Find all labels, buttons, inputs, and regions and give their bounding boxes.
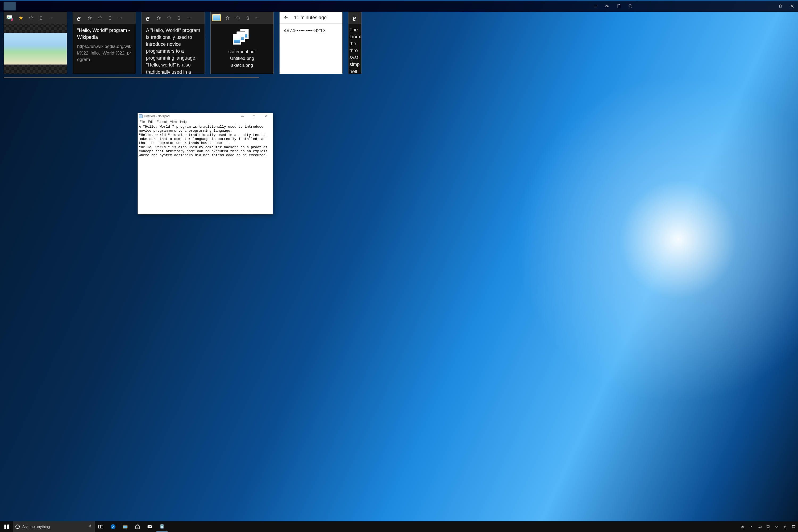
file-name: Untitled.png bbox=[228, 55, 255, 62]
timeline-cards-row: e "Hello, World!" program - Wikipedia ht… bbox=[4, 12, 358, 78]
cloud-icon[interactable] bbox=[26, 12, 36, 24]
svg-point-14 bbox=[258, 18, 258, 18]
card-snippet: A "Hello, World!" program is traditional… bbox=[146, 27, 200, 74]
svg-point-8 bbox=[120, 18, 120, 18]
file-cluster-icon bbox=[233, 29, 251, 45]
menu-format[interactable]: Format bbox=[155, 120, 168, 124]
notepad-textarea[interactable]: A "Hello, World!" program is traditional… bbox=[138, 125, 273, 214]
cloud-icon[interactable] bbox=[95, 12, 105, 24]
timeline-topbar bbox=[0, 0, 358, 12]
timeline-card-files[interactable]: statement.pdf Untitled.png sketch.png bbox=[210, 12, 274, 74]
card-body: The Linux the thro syst simp hell be i bbox=[348, 24, 358, 74]
star-icon[interactable] bbox=[222, 12, 232, 24]
card-body: "Hello, World!" program - Wikipedia http… bbox=[73, 24, 136, 74]
svg-point-15 bbox=[259, 18, 259, 18]
maximize-button[interactable]: □ bbox=[248, 113, 260, 119]
card-header: e bbox=[142, 12, 205, 24]
more-icon[interactable] bbox=[46, 12, 56, 24]
card-header: 11 minutes ago bbox=[280, 12, 342, 24]
edge-app-icon: e bbox=[349, 13, 358, 23]
svg-point-7 bbox=[119, 18, 119, 18]
file-list: statement.pdf Untitled.png sketch.png bbox=[228, 49, 255, 69]
trash-icon[interactable] bbox=[174, 12, 184, 24]
edge-app-icon: e bbox=[74, 13, 83, 23]
card-body: A "Hello, World!" program is traditional… bbox=[142, 24, 205, 74]
card-snippet: The Linux the thro syst simp hell be i bbox=[349, 26, 358, 74]
timeline-card-edge-partial[interactable]: e The Linux the thro syst simp hell be i bbox=[348, 12, 358, 74]
menu-file[interactable]: File bbox=[138, 120, 146, 124]
svg-point-4 bbox=[50, 18, 50, 18]
notepad-menubar: File Edit Format View Help bbox=[138, 119, 273, 125]
svg-point-9 bbox=[121, 18, 121, 18]
paint-app-icon bbox=[5, 13, 15, 23]
timeline-card-edge-wikipedia[interactable]: e "Hello, World!" program - Wikipedia ht… bbox=[73, 12, 136, 74]
trash-icon[interactable] bbox=[36, 12, 46, 24]
file-name: sketch.png bbox=[228, 62, 255, 69]
trash-icon[interactable] bbox=[105, 12, 115, 24]
more-icon[interactable] bbox=[184, 12, 194, 24]
card-body: 4974-••••-••••-8213 bbox=[280, 24, 342, 74]
card-header: e bbox=[348, 12, 358, 24]
file-name: statement.pdf bbox=[228, 49, 255, 55]
svg-point-10 bbox=[188, 18, 188, 18]
menu-edit[interactable]: Edit bbox=[147, 120, 155, 124]
card-url: https://en.wikipedia.org/wiki/%22Hello,_… bbox=[77, 43, 131, 63]
card-body: statement.pdf Untitled.png sketch.png bbox=[211, 24, 273, 74]
cloud-icon[interactable] bbox=[232, 12, 243, 24]
edge-app-icon: e bbox=[143, 13, 152, 23]
trash-icon[interactable] bbox=[243, 12, 253, 24]
masked-number: 4974-••••-••••-8213 bbox=[284, 27, 338, 34]
more-icon[interactable] bbox=[115, 12, 125, 24]
taskview-thumbnail[interactable] bbox=[4, 2, 16, 11]
card-header: e bbox=[73, 12, 136, 24]
star-icon[interactable] bbox=[153, 12, 164, 24]
menu-view[interactable]: View bbox=[169, 120, 178, 124]
timeline-card-edge-snippet[interactable]: e A "Hello, World!" program is tradition… bbox=[141, 12, 205, 74]
svg-point-6 bbox=[52, 18, 52, 18]
svg-point-11 bbox=[189, 18, 189, 18]
more-icon[interactable] bbox=[253, 12, 263, 24]
back-arrow-icon[interactable] bbox=[284, 15, 289, 21]
timeline-card-paint[interactable] bbox=[4, 12, 67, 74]
minimize-button[interactable]: — bbox=[236, 113, 248, 119]
card-header bbox=[4, 12, 67, 24]
star-icon[interactable] bbox=[84, 12, 95, 24]
svg-point-5 bbox=[51, 18, 51, 18]
card-title: "Hello, World!" program - Wikipedia bbox=[77, 27, 131, 41]
close-button[interactable]: ✕ bbox=[260, 113, 271, 119]
timeline-scrollbar[interactable] bbox=[4, 77, 259, 78]
notepad-title: Untitled - Notepad bbox=[144, 114, 236, 118]
svg-point-13 bbox=[256, 18, 257, 18]
menu-help[interactable]: Help bbox=[179, 120, 188, 124]
time-ago-label: 11 minutes ago bbox=[294, 15, 327, 20]
card-image-preview bbox=[4, 24, 67, 74]
card-header bbox=[211, 12, 273, 24]
notepad-window[interactable]: Untitled - Notepad — □ ✕ File Edit Forma… bbox=[137, 113, 273, 214]
star-icon[interactable] bbox=[16, 12, 26, 24]
notepad-titlebar[interactable]: Untitled - Notepad — □ ✕ bbox=[138, 113, 273, 119]
cloud-icon[interactable] bbox=[164, 12, 174, 24]
notepad-app-icon bbox=[139, 114, 142, 118]
svg-point-12 bbox=[190, 18, 190, 18]
timeline-card-history[interactable]: 11 minutes ago 4974-••••-••••-8213 bbox=[279, 12, 343, 74]
explorer-app-icon bbox=[212, 13, 221, 23]
svg-point-2 bbox=[8, 16, 9, 17]
